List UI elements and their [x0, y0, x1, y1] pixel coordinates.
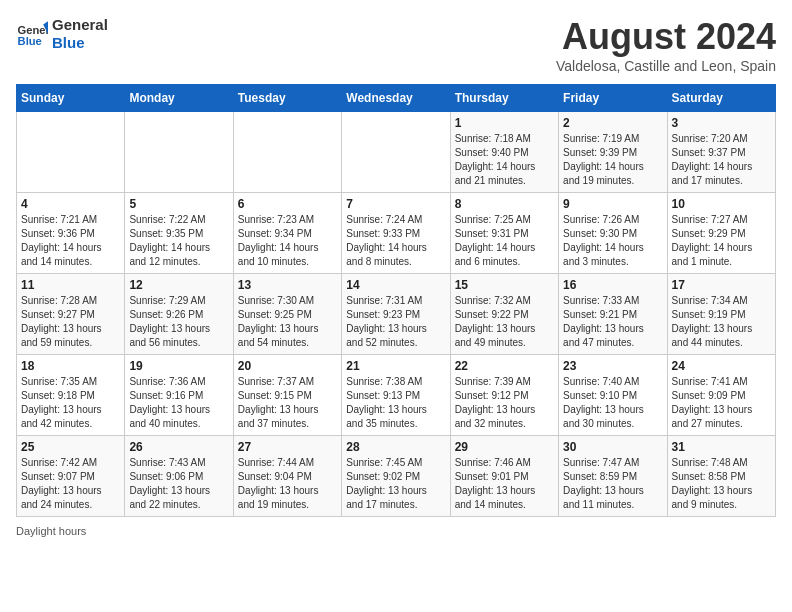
day-number: 5	[129, 197, 228, 211]
calendar-week-4: 18Sunrise: 7:35 AMSunset: 9:18 PMDayligh…	[17, 355, 776, 436]
calendar-cell	[17, 112, 125, 193]
col-header-wednesday: Wednesday	[342, 85, 450, 112]
day-number: 31	[672, 440, 771, 454]
title-block: August 2024 Valdelosa, Castille and Leon…	[556, 16, 776, 74]
day-info: Sunrise: 7:48 AMSunset: 8:58 PMDaylight:…	[672, 456, 771, 512]
day-info: Sunrise: 7:19 AMSunset: 9:39 PMDaylight:…	[563, 132, 662, 188]
page-header: General Blue General Blue August 2024 Va…	[16, 16, 776, 74]
calendar-cell: 1Sunrise: 7:18 AMSunset: 9:40 PMDaylight…	[450, 112, 558, 193]
calendar-cell: 25Sunrise: 7:42 AMSunset: 9:07 PMDayligh…	[17, 436, 125, 517]
calendar-table: SundayMondayTuesdayWednesdayThursdayFrid…	[16, 84, 776, 517]
calendar-week-1: 1Sunrise: 7:18 AMSunset: 9:40 PMDaylight…	[17, 112, 776, 193]
calendar-cell: 24Sunrise: 7:41 AMSunset: 9:09 PMDayligh…	[667, 355, 775, 436]
day-number: 3	[672, 116, 771, 130]
calendar-cell: 9Sunrise: 7:26 AMSunset: 9:30 PMDaylight…	[559, 193, 667, 274]
calendar-cell: 7Sunrise: 7:24 AMSunset: 9:33 PMDaylight…	[342, 193, 450, 274]
calendar-cell: 4Sunrise: 7:21 AMSunset: 9:36 PMDaylight…	[17, 193, 125, 274]
calendar-week-3: 11Sunrise: 7:28 AMSunset: 9:27 PMDayligh…	[17, 274, 776, 355]
day-number: 10	[672, 197, 771, 211]
day-number: 20	[238, 359, 337, 373]
day-info: Sunrise: 7:28 AMSunset: 9:27 PMDaylight:…	[21, 294, 120, 350]
day-info: Sunrise: 7:20 AMSunset: 9:37 PMDaylight:…	[672, 132, 771, 188]
calendar-cell: 15Sunrise: 7:32 AMSunset: 9:22 PMDayligh…	[450, 274, 558, 355]
day-info: Sunrise: 7:47 AMSunset: 8:59 PMDaylight:…	[563, 456, 662, 512]
col-header-monday: Monday	[125, 85, 233, 112]
calendar-header-row: SundayMondayTuesdayWednesdayThursdayFrid…	[17, 85, 776, 112]
day-info: Sunrise: 7:26 AMSunset: 9:30 PMDaylight:…	[563, 213, 662, 269]
day-number: 24	[672, 359, 771, 373]
day-number: 26	[129, 440, 228, 454]
day-info: Sunrise: 7:21 AMSunset: 9:36 PMDaylight:…	[21, 213, 120, 269]
calendar-cell: 27Sunrise: 7:44 AMSunset: 9:04 PMDayligh…	[233, 436, 341, 517]
day-info: Sunrise: 7:31 AMSunset: 9:23 PMDaylight:…	[346, 294, 445, 350]
day-number: 1	[455, 116, 554, 130]
day-info: Sunrise: 7:23 AMSunset: 9:34 PMDaylight:…	[238, 213, 337, 269]
month-year-title: August 2024	[556, 16, 776, 58]
day-number: 8	[455, 197, 554, 211]
day-info: Sunrise: 7:38 AMSunset: 9:13 PMDaylight:…	[346, 375, 445, 431]
day-number: 14	[346, 278, 445, 292]
calendar-cell: 22Sunrise: 7:39 AMSunset: 9:12 PMDayligh…	[450, 355, 558, 436]
logo-icon: General Blue	[16, 18, 48, 50]
calendar-cell: 10Sunrise: 7:27 AMSunset: 9:29 PMDayligh…	[667, 193, 775, 274]
calendar-cell: 16Sunrise: 7:33 AMSunset: 9:21 PMDayligh…	[559, 274, 667, 355]
calendar-cell: 17Sunrise: 7:34 AMSunset: 9:19 PMDayligh…	[667, 274, 775, 355]
calendar-cell: 31Sunrise: 7:48 AMSunset: 8:58 PMDayligh…	[667, 436, 775, 517]
day-number: 15	[455, 278, 554, 292]
calendar-cell: 20Sunrise: 7:37 AMSunset: 9:15 PMDayligh…	[233, 355, 341, 436]
day-number: 30	[563, 440, 662, 454]
day-number: 9	[563, 197, 662, 211]
day-info: Sunrise: 7:39 AMSunset: 9:12 PMDaylight:…	[455, 375, 554, 431]
day-number: 12	[129, 278, 228, 292]
day-number: 19	[129, 359, 228, 373]
location-subtitle: Valdelosa, Castille and Leon, Spain	[556, 58, 776, 74]
day-info: Sunrise: 7:29 AMSunset: 9:26 PMDaylight:…	[129, 294, 228, 350]
day-info: Sunrise: 7:44 AMSunset: 9:04 PMDaylight:…	[238, 456, 337, 512]
day-info: Sunrise: 7:37 AMSunset: 9:15 PMDaylight:…	[238, 375, 337, 431]
svg-text:Blue: Blue	[18, 35, 42, 47]
day-info: Sunrise: 7:41 AMSunset: 9:09 PMDaylight:…	[672, 375, 771, 431]
logo-blue: Blue	[52, 34, 108, 52]
day-number: 11	[21, 278, 120, 292]
day-info: Sunrise: 7:24 AMSunset: 9:33 PMDaylight:…	[346, 213, 445, 269]
calendar-cell: 3Sunrise: 7:20 AMSunset: 9:37 PMDaylight…	[667, 112, 775, 193]
calendar-cell: 5Sunrise: 7:22 AMSunset: 9:35 PMDaylight…	[125, 193, 233, 274]
day-number: 4	[21, 197, 120, 211]
calendar-cell	[233, 112, 341, 193]
calendar-cell: 30Sunrise: 7:47 AMSunset: 8:59 PMDayligh…	[559, 436, 667, 517]
day-info: Sunrise: 7:33 AMSunset: 9:21 PMDaylight:…	[563, 294, 662, 350]
calendar-cell	[125, 112, 233, 193]
calendar-cell: 13Sunrise: 7:30 AMSunset: 9:25 PMDayligh…	[233, 274, 341, 355]
calendar-cell: 6Sunrise: 7:23 AMSunset: 9:34 PMDaylight…	[233, 193, 341, 274]
day-info: Sunrise: 7:25 AMSunset: 9:31 PMDaylight:…	[455, 213, 554, 269]
day-info: Sunrise: 7:35 AMSunset: 9:18 PMDaylight:…	[21, 375, 120, 431]
day-number: 2	[563, 116, 662, 130]
day-info: Sunrise: 7:30 AMSunset: 9:25 PMDaylight:…	[238, 294, 337, 350]
col-header-thursday: Thursday	[450, 85, 558, 112]
day-info: Sunrise: 7:22 AMSunset: 9:35 PMDaylight:…	[129, 213, 228, 269]
day-info: Sunrise: 7:46 AMSunset: 9:01 PMDaylight:…	[455, 456, 554, 512]
calendar-cell: 14Sunrise: 7:31 AMSunset: 9:23 PMDayligh…	[342, 274, 450, 355]
day-info: Sunrise: 7:18 AMSunset: 9:40 PMDaylight:…	[455, 132, 554, 188]
col-header-tuesday: Tuesday	[233, 85, 341, 112]
col-header-sunday: Sunday	[17, 85, 125, 112]
logo: General Blue General Blue	[16, 16, 108, 52]
day-info: Sunrise: 7:32 AMSunset: 9:22 PMDaylight:…	[455, 294, 554, 350]
logo-general: General	[52, 16, 108, 34]
day-number: 16	[563, 278, 662, 292]
day-info: Sunrise: 7:34 AMSunset: 9:19 PMDaylight:…	[672, 294, 771, 350]
calendar-cell: 8Sunrise: 7:25 AMSunset: 9:31 PMDaylight…	[450, 193, 558, 274]
day-number: 22	[455, 359, 554, 373]
calendar-cell: 11Sunrise: 7:28 AMSunset: 9:27 PMDayligh…	[17, 274, 125, 355]
calendar-cell: 28Sunrise: 7:45 AMSunset: 9:02 PMDayligh…	[342, 436, 450, 517]
day-number: 17	[672, 278, 771, 292]
day-number: 21	[346, 359, 445, 373]
calendar-cell: 26Sunrise: 7:43 AMSunset: 9:06 PMDayligh…	[125, 436, 233, 517]
svg-text:General: General	[18, 24, 48, 36]
day-info: Sunrise: 7:40 AMSunset: 9:10 PMDaylight:…	[563, 375, 662, 431]
day-number: 29	[455, 440, 554, 454]
calendar-cell: 29Sunrise: 7:46 AMSunset: 9:01 PMDayligh…	[450, 436, 558, 517]
calendar-cell: 12Sunrise: 7:29 AMSunset: 9:26 PMDayligh…	[125, 274, 233, 355]
calendar-cell: 18Sunrise: 7:35 AMSunset: 9:18 PMDayligh…	[17, 355, 125, 436]
day-info: Sunrise: 7:43 AMSunset: 9:06 PMDaylight:…	[129, 456, 228, 512]
